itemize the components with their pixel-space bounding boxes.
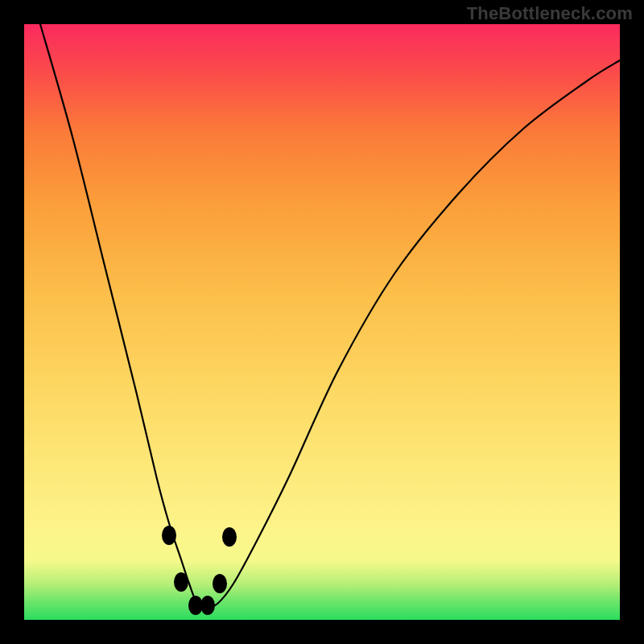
marker-group xyxy=(162,526,237,615)
plot-area xyxy=(24,24,620,620)
chart-frame: TheBottleneck.com xyxy=(0,0,644,644)
highlight-dot xyxy=(213,574,227,593)
highlight-dot xyxy=(174,572,188,592)
watermark-text: TheBottleneck.com xyxy=(467,3,633,24)
highlight-dot xyxy=(200,596,215,615)
highlight-dot xyxy=(222,527,237,547)
highlight-dot xyxy=(162,526,176,545)
bottleneck-curve xyxy=(40,24,620,608)
curve-svg xyxy=(24,24,620,620)
